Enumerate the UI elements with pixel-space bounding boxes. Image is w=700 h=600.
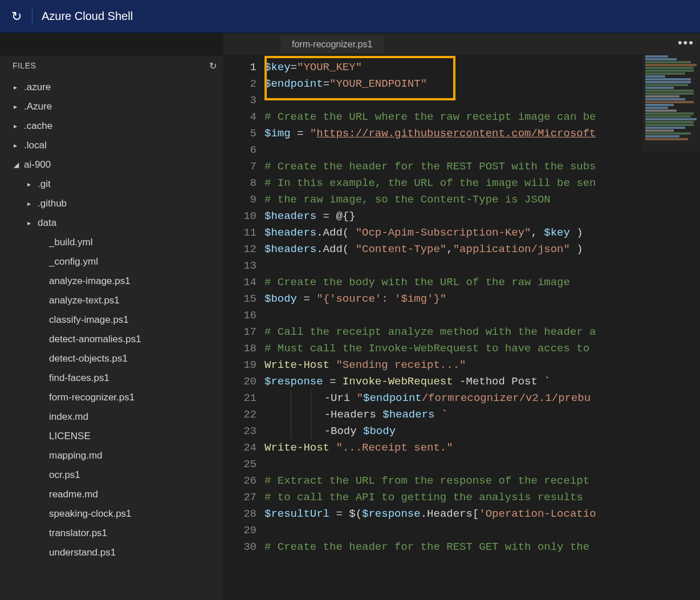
file-tree[interactable]: ▸.azure▸.Azure▸.cache▸.local◢ai-900▸.git… xyxy=(0,75,223,562)
code-line[interactable] xyxy=(264,92,700,109)
editor-tab[interactable]: form-recognizer.ps1 xyxy=(280,35,384,53)
line-number: 30 xyxy=(223,539,264,556)
token-var: $key xyxy=(544,226,570,239)
line-number: 14 xyxy=(223,274,264,291)
code-line[interactable]: $key="YOUR_KEY" xyxy=(264,59,700,76)
tree-item[interactable]: understand.ps1 xyxy=(0,543,223,562)
code-line[interactable]: Write-Host "Sending receipt..." xyxy=(264,357,700,374)
token-str: " xyxy=(357,392,363,404)
tree-item[interactable]: ▸.local xyxy=(0,136,223,155)
caret-right-icon[interactable]: ▸ xyxy=(14,83,24,91)
code-line[interactable]: # to call the API to getting the analysi… xyxy=(264,489,700,506)
tree-item[interactable]: analyze-image.ps1 xyxy=(0,271,223,291)
code-line[interactable]: # Create the body with the URL of the ra… xyxy=(264,274,700,291)
editor: form-recognizer.ps1 ••• 1234567891011121… xyxy=(223,33,700,600)
code-line[interactable]: -Uri "$endpoint/formrecognizer/v2.1/preb… xyxy=(264,390,700,407)
code-line[interactable]: # Extract the URL from the response of t… xyxy=(264,473,700,489)
code-line[interactable]: # Create the URL where the raw receipt i… xyxy=(264,109,700,125)
tree-item[interactable]: detect-objects.ps1 xyxy=(0,349,223,368)
code-line[interactable]: $endpoint="YOUR_ENDPOINT" xyxy=(264,76,700,92)
token-str: /formrecognizer/v2.1/prebu xyxy=(422,392,591,404)
tree-item-label: analyze-text.ps1 xyxy=(49,295,120,306)
code-line[interactable] xyxy=(264,522,700,539)
code-area[interactable]: 1234567891011121314151617181920212223242… xyxy=(223,55,700,600)
token-str: "...Receipt sent." xyxy=(336,441,453,454)
titlebar-separator xyxy=(32,8,32,25)
tree-item[interactable]: readme.md xyxy=(0,485,223,504)
tree-item[interactable]: find-faces.ps1 xyxy=(0,368,223,388)
tree-item[interactable]: index.md xyxy=(0,407,223,427)
code-line[interactable]: $body = "{'source': '$img'}" xyxy=(264,291,700,307)
sidebar-refresh-icon[interactable]: ↻ xyxy=(209,60,217,71)
tree-item[interactable]: ▸.Azure xyxy=(0,97,223,116)
token-cmt: # Call the receipt analyze method with t… xyxy=(264,326,596,338)
line-number: 15 xyxy=(223,291,264,307)
line-number: 2 xyxy=(223,76,264,92)
code-line[interactable]: # Must call the Invoke-WebRequest to hav… xyxy=(264,340,700,357)
code-line[interactable]: $resultUrl = $($response.Headers['Operat… xyxy=(264,506,700,522)
code-line[interactable]: # Create the header for the REST GET wit… xyxy=(264,539,700,556)
tree-item-label: readme.md xyxy=(49,489,98,500)
token-str: " xyxy=(310,127,316,140)
tree-item[interactable]: ▸data xyxy=(0,213,223,233)
code-line[interactable]: $response = Invoke-WebRequest -Method Po… xyxy=(264,374,700,390)
tree-item[interactable]: ▸.github xyxy=(0,194,223,213)
tree-item[interactable]: ▸.cache xyxy=(0,116,223,136)
code-line[interactable]: # Create the header for the REST POST wi… xyxy=(264,159,700,175)
minimap[interactable] xyxy=(643,55,700,152)
code-line[interactable] xyxy=(264,456,700,473)
code-line[interactable]: # In this example, the URL of the image … xyxy=(264,175,700,192)
token-var: $body xyxy=(363,425,396,437)
token-meth: .Add( xyxy=(316,243,355,256)
token-cmt: # the raw image, so the Content-Type is … xyxy=(264,193,551,206)
tree-item[interactable]: LICENSE xyxy=(0,427,223,446)
caret-right-icon[interactable]: ▸ xyxy=(14,122,24,130)
code-line[interactable]: -Headers $headers ` xyxy=(264,407,700,423)
code-line[interactable]: $img = "https://raw.githubusercontent.co… xyxy=(264,125,700,142)
code-line[interactable] xyxy=(264,258,700,274)
tree-item-label: index.md xyxy=(49,411,88,423)
tree-item[interactable]: detect-anomalies.ps1 xyxy=(0,330,223,349)
tree-item[interactable]: ▸.git xyxy=(0,175,223,194)
code-content[interactable]: $key="YOUR_KEY"$endpoint="YOUR_ENDPOINT"… xyxy=(264,55,700,600)
token-cmt: # Create the header for the REST GET wit… xyxy=(264,541,596,553)
code-line[interactable]: Write-Host "...Receipt sent." xyxy=(264,440,700,456)
tree-item-label: detect-objects.ps1 xyxy=(49,353,128,364)
line-number: 10 xyxy=(223,208,264,225)
caret-down-icon[interactable]: ◢ xyxy=(14,161,24,169)
code-line[interactable]: -Body $body xyxy=(264,423,700,440)
token-op: -Uri xyxy=(324,392,357,404)
token-meth: .Add( xyxy=(316,226,355,239)
caret-right-icon[interactable]: ▸ xyxy=(27,180,38,188)
token-cmt: # Create the URL where the raw receipt i… xyxy=(264,111,596,123)
tree-item[interactable]: form-recognizer.ps1 xyxy=(0,388,223,407)
token-var: $img xyxy=(264,127,291,140)
code-line[interactable]: $headers.Add( "Content-Type","applicatio… xyxy=(264,241,700,258)
code-line[interactable]: $headers.Add( "Ocp-Apim-Subscription-Key… xyxy=(264,225,700,241)
tree-item[interactable]: analyze-text.ps1 xyxy=(0,291,223,310)
tree-item[interactable]: ▸.azure xyxy=(0,78,223,97)
caret-right-icon[interactable]: ▸ xyxy=(27,219,38,227)
code-line[interactable]: # the raw image, so the Content-Type is … xyxy=(264,192,700,208)
code-line[interactable] xyxy=(264,142,700,159)
tree-item[interactable]: ◢ai-900 xyxy=(0,155,223,175)
tree-item[interactable]: _build.yml xyxy=(0,233,223,252)
tree-item[interactable]: _config.yml xyxy=(0,252,223,271)
refresh-icon[interactable]: ↻ xyxy=(11,9,22,24)
token-op: , xyxy=(531,226,544,239)
tree-item[interactable]: classify-image.ps1 xyxy=(0,310,223,330)
tree-item[interactable]: translator.ps1 xyxy=(0,524,223,543)
token-op: ) xyxy=(570,226,583,239)
caret-right-icon[interactable]: ▸ xyxy=(14,103,24,111)
caret-right-icon[interactable]: ▸ xyxy=(27,200,38,208)
tree-item[interactable]: speaking-clock.ps1 xyxy=(0,504,223,524)
token-op: , xyxy=(446,243,453,256)
caret-right-icon[interactable]: ▸ xyxy=(14,141,24,149)
code-line[interactable] xyxy=(264,307,700,324)
tree-item[interactable]: mapping.md xyxy=(0,446,223,465)
code-line[interactable]: $headers = @{} xyxy=(264,208,700,225)
more-actions-icon[interactable]: ••• xyxy=(678,35,694,50)
tree-item[interactable]: ocr.ps1 xyxy=(0,465,223,485)
line-number: 22 xyxy=(223,407,264,423)
code-line[interactable]: # Call the receipt analyze method with t… xyxy=(264,324,700,340)
